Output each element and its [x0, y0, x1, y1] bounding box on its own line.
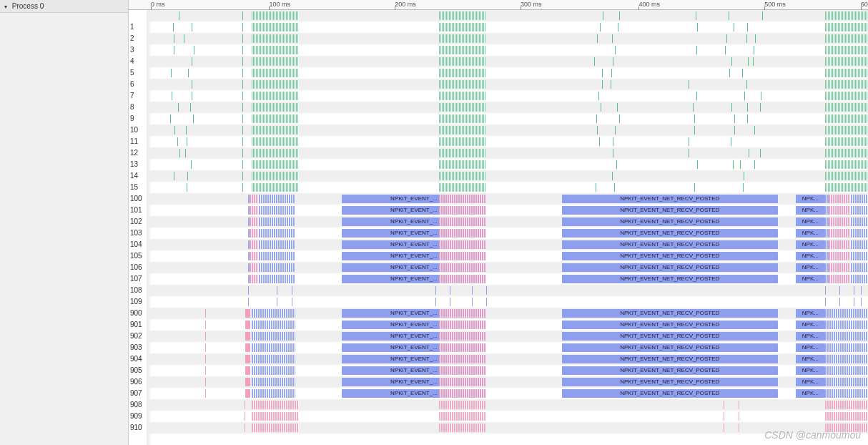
trace-event[interactable] [252, 149, 299, 157]
trace-event[interactable] [825, 69, 868, 77]
event-tick[interactable] [744, 92, 745, 100]
event-tick[interactable] [747, 114, 748, 123]
trace-event[interactable]: NPK... [796, 321, 824, 329]
trace-row[interactable]: NPKIT_EVENT_...NPKIT_EVENT_NET_RECV_POST… [147, 193, 868, 205]
event-tick[interactable] [185, 149, 186, 157]
event-tick[interactable] [694, 114, 695, 123]
trace-event[interactable] [245, 355, 250, 363]
event-tick[interactable] [749, 149, 749, 157]
trace-event[interactable] [252, 34, 299, 43]
trace-event[interactable] [825, 343, 868, 352]
event-tick[interactable] [726, 34, 727, 43]
trace-event[interactable]: NPKIT_EVENT_NET_RECV_POSTED [562, 321, 778, 329]
event-tick[interactable] [754, 46, 754, 54]
event-tick[interactable] [472, 286, 473, 295]
event-tick[interactable] [179, 11, 179, 20]
event-tick[interactable] [188, 69, 189, 77]
event-tick[interactable] [174, 126, 175, 135]
trace-event[interactable]: NPKIT_EVENT_NET_RECV_POSTED [562, 332, 778, 341]
event-tick[interactable] [725, 46, 726, 54]
event-tick[interactable] [170, 114, 171, 123]
event-tick[interactable] [292, 286, 292, 295]
event-tick[interactable] [694, 126, 695, 135]
trace-event[interactable] [439, 126, 486, 135]
trace-event[interactable] [825, 378, 868, 386]
event-tick[interactable] [245, 424, 245, 432]
event-tick[interactable] [598, 92, 599, 100]
event-tick[interactable] [753, 57, 754, 66]
trace-event[interactable]: NPKIT_EVENT_NET_RECV_POSTED [562, 263, 778, 272]
event-tick[interactable] [597, 34, 598, 43]
trace-row[interactable]: NPKIT_EVENT_...NPKIT_EVENT_NET_RECV_POST… [147, 376, 868, 388]
event-tick[interactable] [242, 57, 243, 66]
trace-event[interactable] [252, 92, 299, 100]
event-tick[interactable] [748, 57, 749, 66]
event-tick[interactable] [760, 103, 761, 112]
trace-event[interactable] [825, 34, 868, 43]
trace-event[interactable] [245, 343, 250, 352]
trace-event[interactable]: NPKIT_EVENT_NET_RECV_POSTED [562, 355, 778, 363]
event-tick[interactable] [594, 57, 595, 66]
trace-event[interactable]: NPKIT_EVENT_NET_RECV_POSTED [562, 366, 778, 375]
event-tick[interactable] [613, 57, 613, 66]
event-tick[interactable] [731, 103, 732, 112]
trace-event[interactable] [252, 355, 295, 363]
trace-row[interactable] [147, 102, 868, 113]
trace-row[interactable] [147, 399, 868, 411]
trace-event[interactable] [439, 34, 486, 43]
trace-event[interactable] [829, 217, 850, 226]
trace-event[interactable] [250, 240, 258, 249]
event-tick[interactable] [277, 286, 277, 295]
event-tick[interactable] [486, 286, 487, 295]
event-tick[interactable] [292, 298, 292, 306]
event-tick[interactable] [731, 57, 732, 66]
trace-content[interactable]: NPKIT_EVENT_...NPKIT_EVENT_NET_RECV_POST… [147, 10, 868, 445]
event-tick[interactable] [696, 92, 697, 100]
event-tick[interactable] [597, 126, 598, 135]
event-tick[interactable] [242, 23, 243, 31]
event-tick[interactable] [762, 11, 763, 20]
event-tick[interactable] [615, 126, 616, 135]
event-tick[interactable] [689, 137, 689, 146]
event-tick[interactable] [696, 46, 697, 54]
trace-event[interactable] [439, 183, 486, 192]
trace-event[interactable] [439, 57, 486, 66]
trace-event[interactable]: NPK... [796, 252, 824, 260]
trace-event[interactable] [252, 321, 295, 329]
trace-event[interactable] [250, 229, 258, 238]
trace-event[interactable] [252, 160, 299, 169]
event-tick[interactable] [187, 172, 188, 180]
trace-row[interactable]: NPKIT_EVENT_...NPKIT_EVENT_NET_RECV_POST… [147, 239, 868, 250]
trace-event[interactable]: NPKIT_EVENT_NET_RECV_POSTED [562, 229, 778, 238]
trace-event[interactable]: NPKIT_EVENT_NET_RECV_POSTED [562, 389, 778, 398]
event-tick[interactable] [739, 412, 739, 421]
trace-event[interactable] [825, 126, 868, 135]
event-tick[interactable] [619, 11, 620, 20]
trace-event[interactable]: NPK... [796, 332, 824, 341]
event-tick[interactable] [599, 137, 600, 146]
trace-event[interactable] [829, 229, 850, 238]
trace-event[interactable] [439, 23, 486, 31]
trace-event[interactable] [250, 195, 258, 203]
trace-event[interactable] [439, 389, 486, 398]
trace-event[interactable] [829, 195, 850, 203]
trace-event[interactable] [825, 11, 868, 20]
event-tick[interactable] [697, 23, 698, 31]
trace-event[interactable] [245, 309, 250, 318]
event-tick[interactable] [747, 23, 748, 31]
event-tick[interactable] [205, 355, 206, 363]
event-tick[interactable] [248, 286, 249, 295]
trace-event[interactable]: NPKIT_EVENT_NET_RECV_POSTED [562, 309, 778, 318]
trace-event[interactable] [825, 80, 868, 89]
event-tick[interactable] [825, 298, 826, 306]
event-tick[interactable] [619, 114, 620, 123]
event-tick[interactable] [734, 114, 735, 123]
event-tick[interactable] [242, 114, 243, 123]
event-tick[interactable] [839, 298, 840, 306]
trace-row[interactable] [147, 124, 868, 136]
trace-row[interactable]: NPKIT_EVENT_...NPKIT_EVENT_NET_RECV_POST… [147, 228, 868, 239]
trace-event[interactable] [439, 332, 486, 341]
trace-event[interactable] [825, 332, 868, 341]
trace-event[interactable] [252, 366, 295, 375]
trace-event[interactable] [252, 401, 299, 409]
